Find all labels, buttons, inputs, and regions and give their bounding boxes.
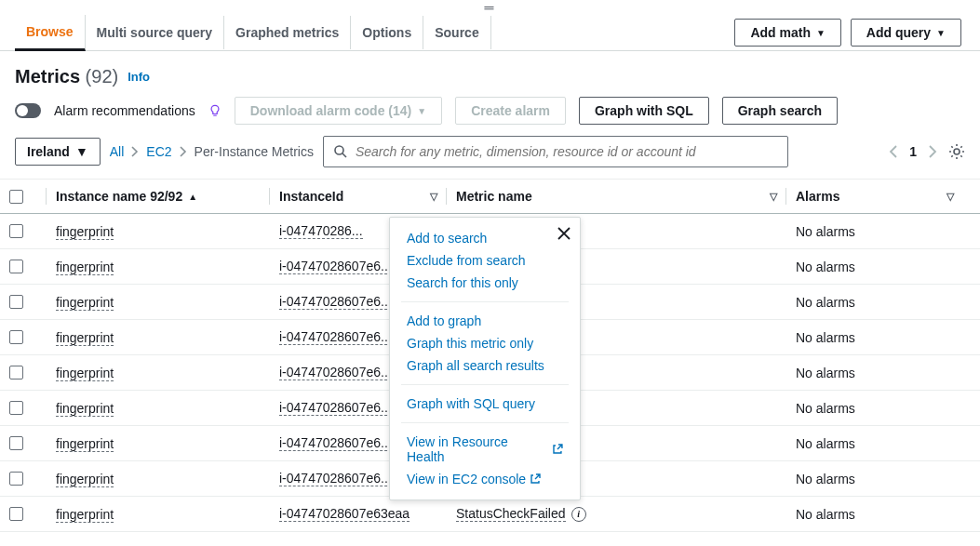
alarms-cell: No alarms (786, 286, 963, 319)
download-alarm-code-button[interactable]: Download alarm code (14)▼ (235, 97, 442, 125)
filter-icon[interactable]: ▽ (430, 191, 437, 203)
alarms-cell: No alarms (786, 250, 963, 284)
row-checkbox[interactable] (9, 295, 23, 309)
caret-down-icon: ▼ (75, 144, 88, 159)
lightbulb-icon (208, 104, 222, 117)
settings-gear-icon[interactable] (948, 143, 965, 160)
col-metric-name[interactable]: Metric name▽ (447, 180, 786, 213)
row-checkbox[interactable] (9, 224, 23, 238)
row-checkbox[interactable] (9, 436, 23, 450)
alarm-recommendations-label: Alarm recommendations (54, 103, 195, 118)
search-icon (333, 144, 348, 159)
row-checkbox[interactable] (9, 260, 23, 273)
col-instance-id[interactable]: InstanceId▽ (270, 180, 447, 213)
caret-down-icon: ▼ (816, 28, 826, 38)
tab-graphed-metrics[interactable]: Graphed metrics (224, 16, 351, 49)
instance-name-cell[interactable]: fingerprint (56, 224, 114, 240)
alarms-cell: No alarms (786, 356, 963, 390)
menu-exclude-from-search[interactable]: Exclude from search (390, 249, 580, 272)
instance-name-cell[interactable]: fingerprint (56, 472, 114, 487)
instance-id-cell[interactable]: i-04747028607e6... (279, 400, 392, 416)
svg-point-0 (335, 146, 343, 154)
caret-down-icon: ▼ (936, 28, 946, 38)
add-query-button[interactable]: Add query▼ (851, 19, 961, 47)
instance-name-cell[interactable]: fingerprint (56, 330, 114, 346)
chevron-right-icon (180, 146, 187, 157)
instance-name-cell[interactable]: fingerprint (56, 436, 114, 452)
col-alarms[interactable]: Alarms▽ (786, 180, 963, 213)
alarms-cell: No alarms (786, 392, 963, 425)
alarms-cell: No alarms (786, 215, 963, 248)
search-input[interactable] (356, 144, 778, 159)
caret-down-icon: ▼ (417, 106, 426, 116)
row-checkbox[interactable] (9, 472, 23, 486)
menu-view-in-resource-health[interactable]: View in Resource Health (390, 431, 580, 468)
breadcrumb-current: Per-Instance Metrics (195, 144, 314, 159)
alarms-cell: No alarms (786, 462, 963, 496)
menu-graph-this-metric-only[interactable]: Graph this metric only (390, 332, 580, 354)
tab-multi-source-query[interactable]: Multi source query (86, 16, 224, 49)
col-instance-name[interactable]: Instance name 92/92▲ (47, 180, 270, 213)
menu-graph-all-search-results[interactable]: Graph all search results (390, 354, 580, 377)
instance-id-cell[interactable]: i-047470286... (279, 223, 363, 239)
instance-name-cell[interactable]: fingerprint (56, 401, 114, 417)
instance-name-cell[interactable]: fingerprint (56, 507, 114, 523)
page-prev-icon[interactable] (889, 145, 898, 158)
breadcrumb-all[interactable]: All (110, 144, 125, 159)
sort-asc-icon: ▲ (188, 192, 197, 202)
filter-icon[interactable]: ▽ (946, 191, 954, 203)
instance-id-cell[interactable]: i-04747028607e6... (279, 259, 392, 274)
external-link-icon (552, 444, 563, 455)
page-number: 1 (909, 144, 917, 159)
info-icon[interactable]: i (571, 507, 586, 522)
instance-id-cell[interactable]: i-04747028607e63eaa (279, 506, 409, 522)
row-checkbox[interactable] (9, 401, 23, 415)
row-checkbox[interactable] (9, 330, 23, 344)
graph-search-button[interactable]: Graph search (722, 97, 838, 125)
close-icon[interactable] (557, 227, 571, 240)
menu-search-for-this-only[interactable]: Search for this only (390, 272, 580, 294)
info-link[interactable]: Info (128, 70, 150, 84)
instance-name-cell[interactable]: fingerprint (56, 366, 114, 381)
tab-browse[interactable]: Browse (15, 15, 86, 51)
row-checkbox[interactable] (9, 366, 23, 380)
tab-options[interactable]: Options (351, 16, 423, 49)
graph-with-sql-button[interactable]: Graph with SQL (579, 97, 709, 125)
add-math-button[interactable]: Add math▼ (734, 19, 840, 47)
drag-handle-icon[interactable]: ═ (0, 0, 980, 15)
alarms-cell: No alarms (786, 427, 963, 460)
instance-id-cell[interactable]: i-04747028607e6... (279, 329, 392, 345)
menu-view-in-ec2-console[interactable]: View in EC2 console (390, 468, 580, 490)
breadcrumb-ec2[interactable]: EC2 (146, 144, 171, 159)
instance-name-cell[interactable]: fingerprint (56, 295, 114, 311)
alarm-recommendations-toggle[interactable] (15, 103, 41, 118)
filter-icon[interactable]: ▽ (770, 191, 777, 203)
create-alarm-button[interactable]: Create alarm (455, 97, 566, 125)
region-selector[interactable]: Ireland▼ (15, 138, 101, 166)
chevron-right-icon (131, 146, 139, 157)
breadcrumb: All EC2 Per-Instance Metrics (110, 144, 314, 159)
page-title: Metrics (92) (15, 66, 118, 87)
alarms-cell: No alarms (786, 498, 963, 531)
instance-id-cell[interactable]: i-04747028607e6... (279, 365, 392, 380)
metric-search[interactable] (323, 136, 788, 167)
instance-name-cell[interactable]: fingerprint (56, 260, 114, 275)
row-context-menu: Add to search Exclude from search Search… (389, 217, 581, 500)
page-next-icon[interactable] (928, 145, 937, 158)
external-link-icon (530, 473, 541, 485)
svg-line-1 (342, 153, 346, 157)
row-checkbox[interactable] (9, 507, 23, 521)
instance-id-cell[interactable]: i-04747028607e6... (279, 435, 392, 451)
menu-graph-with-sql-query[interactable]: Graph with SQL query (390, 393, 580, 415)
metrics-count: (92) (86, 66, 119, 87)
tab-source[interactable]: Source (423, 16, 490, 49)
table-row[interactable]: fingerprinti-04747028607e63eaaStatusChec… (0, 497, 980, 532)
instance-id-cell[interactable]: i-04747028607e6... (279, 294, 392, 310)
menu-add-to-graph[interactable]: Add to graph (390, 310, 580, 332)
menu-add-to-search[interactable]: Add to search (390, 227, 580, 249)
metric-name-cell[interactable]: StatusCheckFailed i (447, 497, 786, 531)
select-all-checkbox[interactable] (9, 190, 23, 204)
svg-point-2 (954, 149, 960, 154)
instance-id-cell[interactable]: i-04747028607e6... (279, 471, 392, 486)
metrics-tabs: Browse Multi source query Graphed metric… (0, 15, 980, 51)
